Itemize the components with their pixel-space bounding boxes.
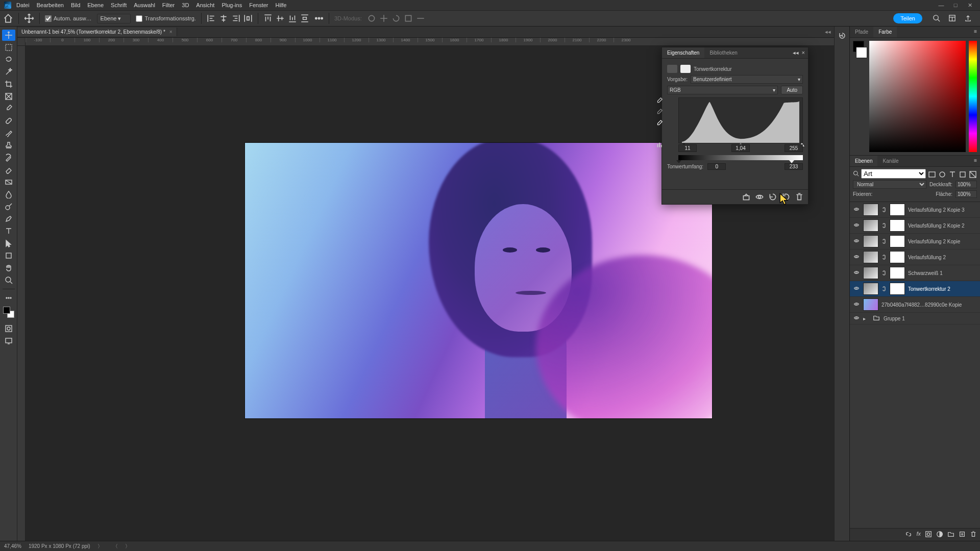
workspace-icon[interactable]	[948, 14, 956, 23]
menu-filter[interactable]: Filter	[162, 2, 175, 8]
clip-to-layer-icon[interactable]	[742, 193, 751, 201]
color-field[interactable]	[869, 41, 966, 152]
hue-slider[interactable]	[969, 41, 977, 152]
shape-tool[interactable]	[2, 250, 15, 261]
zoom-tool[interactable]	[2, 274, 15, 286]
tab-layers[interactable]: Ebenen	[850, 156, 877, 166]
pen-tool[interactable]	[2, 213, 15, 224]
history-brush-tool[interactable]	[2, 152, 15, 163]
menu-datei[interactable]: Datei	[16, 2, 30, 8]
wand-tool[interactable]	[2, 66, 15, 78]
doc-info-chevron[interactable]: 〉	[97, 543, 103, 550]
layer-row[interactable]: 27b0480a7f4882…82990c0e Kopie	[850, 297, 980, 313]
hand-tool[interactable]	[2, 262, 15, 273]
more-options-icon[interactable]	[314, 14, 324, 23]
zoom-level[interactable]: 47,46%	[4, 543, 21, 549]
tab-properties[interactable]: Eigenschaften	[662, 47, 704, 58]
delete-layer-icon[interactable]	[970, 531, 977, 539]
layer-row[interactable]: Verlaufsfüllung 2 Kopie	[850, 234, 980, 249]
align-left-icon[interactable]	[207, 14, 216, 23]
output-shadow-slider[interactable]	[676, 160, 681, 163]
delete-adjustment-icon[interactable]	[795, 193, 804, 201]
menu-plug-ins[interactable]: Plug-ins	[222, 2, 242, 8]
calculate-histogram-icon[interactable]	[656, 141, 664, 149]
visibility-toggle[interactable]	[853, 301, 860, 308]
layer-row[interactable]: Verlaufsfüllung 2 Kopie 3	[850, 202, 980, 218]
menu-3d[interactable]: 3D	[182, 2, 189, 8]
menu-ebene[interactable]: Ebene	[87, 2, 104, 8]
new-adjustment-icon[interactable]	[936, 531, 943, 539]
tab-color[interactable]: Farbe	[873, 27, 897, 37]
layer-row[interactable]: Schwarzweiß 1	[850, 265, 980, 281]
visibility-toggle[interactable]	[853, 222, 860, 229]
blend-mode-select[interactable]: Normal	[853, 180, 926, 189]
output-high[interactable]	[785, 163, 803, 170]
window-minimize[interactable]: —	[935, 1, 947, 9]
visibility-toggle[interactable]	[853, 315, 860, 322]
menu-auswahl[interactable]: Auswahl	[134, 2, 155, 8]
filter-adjust-icon[interactable]	[938, 170, 946, 178]
visibility-toggle[interactable]	[853, 254, 860, 261]
quickmask-icon[interactable]	[2, 323, 15, 334]
levels-histogram[interactable]	[678, 97, 803, 143]
timeline-next-icon[interactable]: 〉	[125, 543, 130, 550]
visibility-toggle[interactable]	[853, 285, 860, 292]
gradient-tool[interactable]	[2, 177, 15, 188]
frame-tool[interactable]	[2, 91, 15, 102]
export-icon[interactable]	[964, 14, 972, 23]
filter-smart-icon[interactable]	[969, 170, 977, 178]
edit-toolbar-icon[interactable]	[2, 292, 15, 304]
path-select-tool[interactable]	[2, 238, 15, 249]
distribute-v-icon[interactable]	[300, 14, 309, 23]
previous-state-icon[interactable]	[768, 193, 777, 201]
link-layers-icon[interactable]	[905, 531, 912, 539]
screenmode-icon[interactable]	[2, 335, 15, 346]
search-icon[interactable]	[933, 14, 940, 23]
reset-icon[interactable]	[781, 193, 791, 201]
output-gradient[interactable]	[678, 155, 803, 160]
layer-filter-type[interactable]: Art	[861, 169, 926, 179]
close-icon[interactable]: ×	[169, 29, 173, 35]
layers-menu-icon[interactable]: ≡	[971, 156, 980, 166]
close-panel-icon[interactable]: ×	[802, 49, 805, 56]
align-bottom-icon[interactable]	[288, 14, 297, 23]
tab-libraries[interactable]: Bibliotheken	[704, 47, 742, 58]
auto-select-target[interactable]: Ebene ▾	[97, 14, 131, 23]
type-tool[interactable]	[2, 226, 15, 237]
menu-bearbeiten[interactable]: Bearbeiten	[37, 2, 64, 8]
channel-select[interactable]: RGB▾	[667, 86, 778, 94]
collapse-panels-icon[interactable]: ◂◂	[822, 27, 834, 37]
output-highlight-slider[interactable]	[789, 160, 794, 163]
history-panel-icon[interactable]	[838, 32, 846, 41]
output-low[interactable]	[707, 163, 726, 170]
toggle-visibility-icon[interactable]	[755, 193, 764, 201]
eyedropper-tool[interactable]	[2, 103, 15, 114]
new-layer-icon[interactable]	[959, 531, 966, 539]
eyedropper-black-icon[interactable]	[656, 97, 664, 106]
document-tab[interactable]: Unbenannt-1 bei 47,5% (Tonwertkorrektur …	[17, 28, 177, 36]
panel-menu-icon[interactable]: ≡	[971, 27, 980, 37]
menu-bild[interactable]: Bild	[71, 2, 80, 8]
input-shadow[interactable]	[678, 144, 697, 152]
eraser-tool[interactable]	[2, 164, 15, 176]
input-highlight[interactable]	[785, 144, 803, 152]
window-close[interactable]: ✕	[964, 1, 976, 9]
menu-schrift[interactable]: Schrift	[111, 2, 127, 8]
mask-thumb-icon[interactable]	[680, 65, 691, 73]
auto-button[interactable]: Auto	[781, 86, 803, 94]
window-maximize[interactable]: □	[949, 1, 962, 9]
share-button[interactable]: Teilen	[893, 13, 922, 23]
menu-hilfe[interactable]: Hilfe	[275, 2, 286, 8]
menu-fenster[interactable]: Fenster	[249, 2, 268, 8]
input-gamma[interactable]	[731, 144, 750, 152]
new-group-icon[interactable]	[947, 531, 954, 539]
home-icon[interactable]	[3, 13, 13, 23]
marquee-tool[interactable]	[2, 42, 15, 53]
tab-paths[interactable]: Pfade	[850, 27, 873, 37]
filter-pixel-icon[interactable]	[928, 170, 936, 178]
background-swatch[interactable]	[856, 47, 867, 58]
fill-input[interactable]	[955, 190, 977, 198]
healing-tool[interactable]	[2, 115, 15, 127]
crop-tool[interactable]	[2, 79, 15, 90]
auto-select-checkbox[interactable]: Autom. ausw…	[45, 15, 92, 22]
